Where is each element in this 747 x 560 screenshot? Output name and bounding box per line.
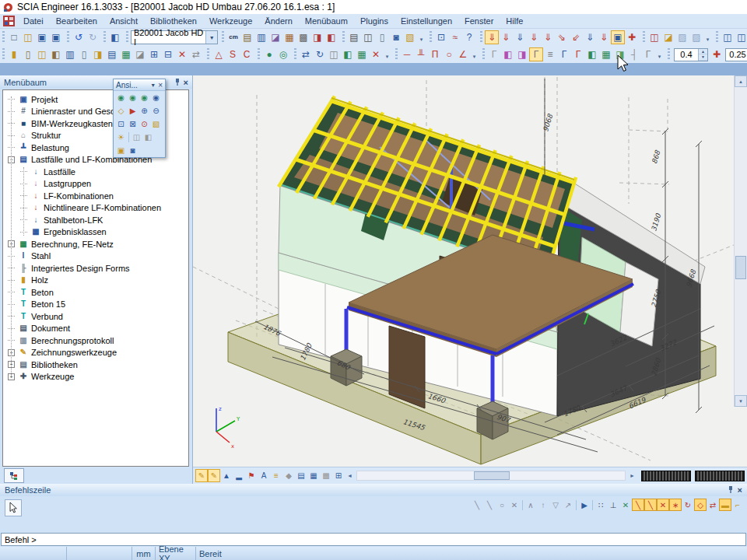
target-icon[interactable]: ✚ — [625, 30, 639, 44]
snap-direction-icon[interactable]: ↗ — [562, 499, 574, 511]
rotate-icon[interactable]: ↻ — [313, 47, 327, 61]
tree-item-werkzeuge[interactable]: +✚Werkzeuge — [3, 371, 188, 383]
palette-dropdown-icon[interactable]: ▼ — [150, 82, 156, 88]
tree-item-lf-kombinationen[interactable]: ↓LF-Kombinationen — [3, 190, 188, 202]
tree-item-stahlbeton-lfk[interactable]: ↓Stahlbeton-LFK — [3, 214, 188, 226]
scroll-right-icon[interactable]: ► — [627, 471, 637, 481]
zoom-window-icon[interactable]: ⊡ — [115, 118, 127, 130]
toolbar-overflow-icon[interactable]: ▾ — [470, 47, 479, 61]
support-line-icon[interactable]: Γ — [529, 47, 543, 61]
print-preview-icon[interactable]: ◫ — [361, 30, 375, 44]
section-icon[interactable]: ▩ — [320, 469, 332, 482]
clip-box-icon[interactable]: ▧ — [150, 118, 162, 130]
load-group-icon[interactable]: ⇓ — [513, 30, 527, 44]
snap-triangle-icon[interactable]: ▽ — [549, 499, 562, 511]
snap-cancel-icon[interactable]: ✕ — [508, 499, 521, 511]
load-prestress-icon[interactable]: ⇓ — [597, 30, 611, 44]
navigate-icon[interactable]: ▶ — [127, 105, 139, 117]
move-icon[interactable]: ⇄ — [299, 47, 313, 61]
results-chart-icon[interactable]: ▂ — [233, 469, 245, 482]
scroll-down-icon[interactable]: ▼ — [735, 395, 747, 407]
array-copy-icon[interactable]: ▦ — [355, 47, 369, 61]
menu-item--ndern[interactable]: Ändern — [258, 15, 298, 27]
book-icon[interactable]: ▤ — [295, 469, 307, 482]
menu-item-bearbeiten[interactable]: Bearbeiten — [50, 15, 103, 27]
snap-up-icon[interactable]: ∧ — [524, 499, 537, 511]
wall-icon[interactable]: ◧ — [49, 47, 63, 61]
toolbar-overflow-icon[interactable]: ▾ — [703, 30, 712, 44]
load-case2-icon[interactable]: ⇓ — [499, 30, 513, 44]
view-front-icon[interactable]: ◉ — [127, 92, 139, 103]
view-top-icon[interactable]: ◉ — [115, 92, 127, 103]
snap-line-icon[interactable]: ╲ — [471, 499, 483, 511]
dim-circle-icon[interactable]: ○ — [442, 47, 456, 61]
redo-icon[interactable]: ↻ — [86, 30, 100, 44]
sidebar-bottom-tab[interactable] — [4, 468, 24, 483]
cursor-snap-icon[interactable]: ✚ — [710, 47, 724, 61]
perspective-icon[interactable]: ◇ — [115, 105, 127, 117]
tree-item-berechnungsprotokoll[interactable]: ▥Berechnungsprotokoll — [3, 334, 188, 347]
load-moving-icon[interactable]: ⇙ — [569, 30, 583, 44]
snap-endpoint-icon[interactable]: ╲ — [632, 499, 644, 511]
pen-edit2-icon[interactable]: ✎ — [208, 469, 220, 482]
delete-icon[interactable]: ✕ — [369, 47, 383, 61]
dim-angle-icon[interactable]: ∠ — [456, 47, 470, 61]
cut-member-icon[interactable]: ✕ — [175, 47, 189, 61]
point-icon[interactable]: ◎ — [276, 47, 290, 61]
pin-icon[interactable] — [174, 79, 181, 86]
ortho-icon[interactable]: ⊥ — [607, 499, 619, 511]
save-icon[interactable]: ▣ — [35, 30, 49, 44]
plate-icon[interactable]: ◫ — [35, 47, 49, 61]
load-temperature-icon[interactable]: ⇓ — [583, 30, 597, 44]
sidebar-close-icon[interactable]: × — [184, 78, 188, 87]
print-view2-icon[interactable]: ◧ — [142, 131, 154, 143]
load-panel-icon[interactable]: ▣ — [611, 30, 625, 44]
flag-icon[interactable]: ⚑ — [245, 469, 258, 482]
remove-node-icon[interactable]: ⊟ — [161, 47, 175, 61]
palette-close-icon[interactable]: × — [158, 81, 163, 89]
diagram-icon[interactable]: ≈ — [448, 30, 462, 44]
select-figure-icon[interactable]: ▲ — [220, 469, 233, 482]
tree-item-beton[interactable]: TBeton — [3, 286, 188, 299]
haunch-icon[interactable]: ◨ — [91, 47, 105, 61]
help-icon[interactable]: ? — [462, 30, 476, 44]
menu-item-men-baum[interactable]: Menübaum — [299, 15, 354, 27]
gap-element-icon[interactable]: ┤ — [627, 47, 641, 61]
layers2-icon[interactable]: ≡ — [270, 469, 282, 482]
menu-item-fenster[interactable]: Fenster — [458, 15, 500, 27]
load-combination-icon[interactable]: ⇓ — [527, 30, 541, 44]
tree-item-beton-15[interactable]: TBeton 15 — [3, 299, 188, 311]
join-member-icon[interactable]: ⇄ — [189, 47, 203, 61]
save-all-icon[interactable]: ▣ — [49, 30, 63, 44]
tree-item-verbund[interactable]: TVerbund — [3, 310, 188, 323]
command-pin-icon[interactable] — [728, 486, 734, 494]
mesh-grid-icon[interactable]: ⊞ — [332, 469, 345, 482]
load-case-icon[interactable]: ⇓ — [485, 30, 499, 44]
vertical-scroll-thumb[interactable] — [735, 256, 746, 279]
support-hinged-icon[interactable]: ◧ — [501, 47, 515, 61]
menu-item-einstellungen[interactable]: Einstellungen — [395, 15, 458, 27]
spline-icon[interactable]: S — [226, 47, 240, 61]
command-input[interactable]: Befehl > — [1, 533, 746, 546]
snap-cursor-icon[interactable]: ▶ — [578, 499, 591, 511]
filter-icon[interactable]: ▨ — [675, 30, 689, 44]
mirror-icon[interactable]: ◫ — [327, 47, 341, 61]
window-horizontal-icon[interactable]: ◫ — [735, 30, 747, 44]
menu-item-plugins[interactable]: Plugins — [354, 15, 395, 27]
text-abc-icon[interactable]: A — [258, 469, 270, 482]
snap-tab-icon[interactable]: ⌐ — [731, 499, 744, 511]
command-close-icon[interactable]: × — [738, 485, 742, 495]
horizontal-scroll-thumb[interactable] — [474, 471, 510, 480]
undo-icon[interactable]: ↺ — [72, 30, 86, 44]
menu-item-hilfe[interactable]: Hilfe — [500, 15, 529, 27]
dim-line-icon[interactable]: ─ — [400, 47, 414, 61]
mesh-ball-icon[interactable]: ▩ — [296, 30, 310, 44]
print-icon[interactable]: ▤ — [347, 30, 361, 44]
view-image-icon[interactable]: ◙ — [127, 145, 139, 156]
load-mass-icon[interactable]: ⇘ — [555, 30, 569, 44]
animation-bar-2[interactable] — [695, 471, 745, 481]
spinner-down-icon[interactable]: ▼ — [699, 54, 707, 61]
spinner-up-icon[interactable]: ▲ — [699, 49, 707, 55]
tree-item-nichtlineare-lf-kombinationen[interactable]: ↓Nichtlineare LF-Kombinationen — [3, 202, 188, 215]
load-panel2-icon[interactable]: ◪ — [133, 47, 147, 61]
